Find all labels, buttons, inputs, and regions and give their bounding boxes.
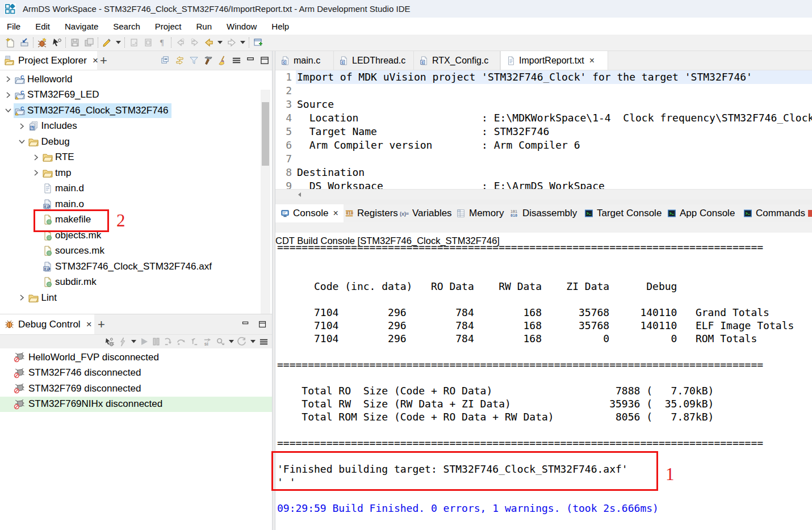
build-hammer-icon[interactable] <box>203 56 213 66</box>
menu-window[interactable]: Window <box>227 22 257 31</box>
tree-item-debug[interactable]: Debug <box>0 134 272 150</box>
open-perspective-icon[interactable] <box>251 36 265 49</box>
minimize-icon[interactable] <box>245 56 256 66</box>
debug-target-stm32f769nihx[interactable]: STM32F769NIHx disconnected <box>0 397 272 413</box>
open-element-icon[interactable] <box>141 36 155 49</box>
disconnect-keys-icon[interactable] <box>216 336 225 347</box>
minimize-icon[interactable] <box>240 319 250 330</box>
dropdown-arrow-icon[interactable] <box>216 36 224 49</box>
dropdown-arrow-icon[interactable] <box>131 336 136 347</box>
editor-tab-importreport-txt[interactable]: ImportReport.txt× <box>500 51 608 70</box>
horizontal-scrollbar[interactable] <box>275 189 812 200</box>
collapse-all-icon[interactable] <box>160 56 170 66</box>
menu-search[interactable]: Search <box>113 22 140 31</box>
back-gold-icon[interactable] <box>202 36 216 49</box>
tab-debug-control[interactable]: Debug Control × <box>0 314 94 334</box>
close-icon[interactable]: × <box>86 319 92 330</box>
refresh-icon[interactable] <box>237 336 247 347</box>
console-tab-target-console[interactable]: Target Console <box>579 204 667 222</box>
editor-tab-main-c[interactable]: cmain.c <box>275 51 334 70</box>
pause-icon[interactable] <box>152 336 160 347</box>
close-icon[interactable]: × <box>333 208 338 218</box>
chevron-right-icon[interactable] <box>2 90 14 100</box>
menu-file[interactable]: File <box>7 22 20 31</box>
editor-area[interactable]: 1Import of MDK uVision project 'STM32F74… <box>275 70 812 189</box>
new-debug-bug-icon[interactable] <box>35 36 49 49</box>
import-icon[interactable] <box>17 36 31 49</box>
maximize-icon[interactable] <box>257 319 267 330</box>
chevron-right-icon[interactable] <box>30 168 41 178</box>
console-tab-memory[interactable]: Memory <box>451 204 509 222</box>
menu-edit[interactable]: Edit <box>35 22 50 31</box>
run-pointer-icon[interactable] <box>49 36 64 49</box>
close-icon[interactable]: × <box>589 56 595 66</box>
debug-target-helloworld_fvp[interactable]: HelloWorld_FVP disconnected <box>0 350 272 365</box>
debug-pointer-icon[interactable] <box>105 336 115 347</box>
tree-item-includes[interactable]: hIncludes <box>0 119 272 134</box>
dropdown-arrow-icon[interactable] <box>238 36 247 49</box>
highlighter-icon[interactable] <box>100 36 114 49</box>
editor-console-splitter[interactable] <box>275 200 812 204</box>
editor-tab-rtx-config-c[interactable]: cRTX_Config.c <box>414 51 500 70</box>
tree-item-helloworld[interactable]: CHelloworld <box>0 71 272 87</box>
link-editor-icon[interactable] <box>174 56 185 66</box>
view-menu-icon[interactable] <box>259 336 269 347</box>
menu-navigate[interactable]: Navigate <box>65 22 98 31</box>
console-tab-registers[interactable]: 010Registers <box>340 204 403 222</box>
tree-item-lint[interactable]: Lint <box>0 290 272 306</box>
chevron-right-icon[interactable] <box>16 293 28 303</box>
chevron-down-icon[interactable] <box>2 106 14 116</box>
step-return-icon[interactable] <box>190 336 199 347</box>
view-menu-icon[interactable] <box>231 56 241 66</box>
debug-target-stm32f769[interactable]: STM32F769 disconnected <box>0 381 272 397</box>
chevron-right-icon[interactable] <box>30 152 41 162</box>
save-icon[interactable] <box>68 36 82 49</box>
debug-target-stm32f746[interactable]: STM32F746 disconnected <box>0 365 272 381</box>
chevron-right-icon[interactable] <box>2 74 14 85</box>
dropdown-arrow-icon[interactable] <box>114 36 123 49</box>
console-tab-console[interactable]: Console× <box>275 204 344 222</box>
clean-broom-icon[interactable] <box>217 56 227 66</box>
new-wizard-icon[interactable] <box>3 36 17 49</box>
back-star-icon[interactable] <box>173 36 187 49</box>
chevron-right-icon[interactable] <box>16 121 28 131</box>
build-doc-icon[interactable] <box>127 36 141 49</box>
dropdown-arrow-icon[interactable] <box>250 336 256 347</box>
tab-project-explorer[interactable]: Project Explorer × <box>0 51 97 70</box>
console-tab-variables[interactable]: (x)=Variables <box>395 204 457 222</box>
tree-item-rte[interactable]: RTE <box>0 150 272 166</box>
tree-item-stm32f746-clock-stm32f746[interactable]: CSTM32F746_Clock_STM32F746 <box>0 103 272 119</box>
tree-item-main-d[interactable]: main.d <box>0 181 272 197</box>
forward-star-icon[interactable] <box>187 36 202 49</box>
close-icon[interactable]: × <box>93 55 98 66</box>
filter-icon[interactable] <box>189 56 199 66</box>
new-view-tab-button[interactable]: + <box>100 51 107 70</box>
menu-run[interactable]: Run <box>196 22 212 31</box>
scrollbar-thumb[interactable] <box>262 102 269 166</box>
tree-item-stm32f746-clock-stm32f746-axf[interactable]: 010STM32F746_Clock_STM32F746.axf <box>0 259 272 275</box>
chevron-down-icon[interactable] <box>16 137 28 147</box>
step-into-icon[interactable] <box>164 336 173 347</box>
step-over-icon[interactable] <box>177 336 186 347</box>
console-tab-app-console[interactable]: App Console <box>662 204 740 222</box>
play-icon[interactable] <box>140 336 149 347</box>
tree-item-subdir-mk[interactable]: subdir.mk <box>0 275 272 291</box>
menu-project[interactable]: Project <box>155 22 182 31</box>
connect-lightning-icon[interactable] <box>118 336 128 347</box>
forward-grey-icon[interactable] <box>224 36 238 49</box>
dropdown-arrow-icon[interactable] <box>229 336 234 347</box>
new-view-tab-button[interactable]: + <box>98 314 105 334</box>
tree-item-stm32f69-led[interactable]: CSTM32F69_LED <box>0 87 272 103</box>
vertical-scrollbar[interactable] <box>261 90 270 314</box>
save-all-icon[interactable] <box>82 36 96 49</box>
tree-item-sources-mk[interactable]: sources.mk <box>0 243 272 259</box>
pilcrow-icon[interactable]: ¶ <box>155 36 169 49</box>
step-instruction-icon[interactable]: si <box>203 336 212 347</box>
tree-item-tmp[interactable]: tmp <box>0 165 272 181</box>
console-tab-disassembly[interactable]: 101010Disassembly <box>505 204 582 222</box>
maximize-icon[interactable] <box>259 56 270 66</box>
editor-tab-ledthread-c[interactable]: cLEDThread.c <box>334 51 414 70</box>
scroll-left-arrow-icon[interactable] <box>297 192 303 197</box>
menu-help[interactable]: Help <box>271 22 289 31</box>
console-tab-commands[interactable]: Commands <box>738 204 810 222</box>
